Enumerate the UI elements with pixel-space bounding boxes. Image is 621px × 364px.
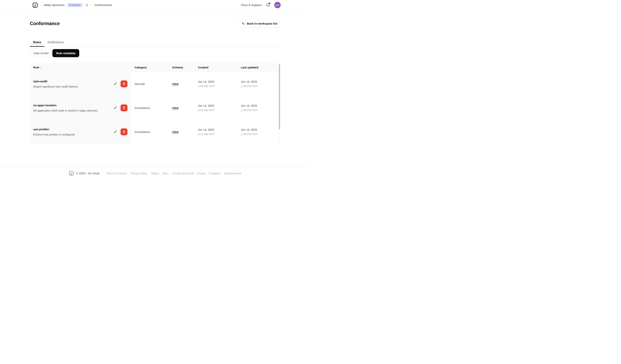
delete-rule-button[interactable] — [121, 128, 127, 135]
pencil-icon — [114, 82, 117, 85]
schema-view-link[interactable]: View — [172, 106, 178, 110]
created-date: Jun 14, 2025 — [198, 80, 215, 84]
updated-time: 1:46 PM PDT — [241, 108, 258, 112]
notification-dot — [269, 2, 271, 4]
rule-name: npm-audit — [33, 80, 112, 83]
category-cell: Consistency — [131, 96, 169, 120]
rule-view-toggle: Rule results Rule metadata — [30, 49, 79, 57]
breadcrumb: / stellar-dynamics Enterprise / Conforma… — [30, 3, 112, 8]
updated-date: Jun 14, 2025 — [241, 80, 258, 84]
workspace-switcher-button[interactable] — [85, 3, 89, 7]
back-to-workspace-button[interactable]: Back to workspace list — [238, 19, 281, 28]
category-cell: Security — [131, 72, 169, 96]
breadcrumb-page: Conformance — [94, 3, 112, 7]
rule-description: All application shell code is stored in … — [33, 109, 112, 112]
edit-rule-button[interactable] — [112, 80, 119, 87]
rule-description: Report significant npm audit failures — [33, 85, 112, 88]
rule-name: use-prettier — [33, 128, 112, 131]
rule-description: Enforce that prettier is configured — [33, 133, 112, 136]
segment-rule-results[interactable]: Rule results — [30, 49, 52, 57]
pencil-icon — [114, 106, 117, 109]
created-time: 1:46 PM PDT — [198, 84, 215, 88]
column-header-last-updated: Last updated — [238, 66, 281, 69]
footer-link-pricing[interactable]: Pricing — [197, 172, 205, 175]
footer-link-privacy[interactable]: Privacy Policy — [131, 172, 148, 175]
sort-asc-indicator: ↑ — [40, 66, 42, 69]
footer-link-nxdevtools[interactable]: @NxDevTools — [224, 172, 242, 175]
avatar[interactable]: NO — [274, 2, 281, 8]
schema-view-link[interactable]: View — [172, 130, 178, 133]
created-date: Jun 14, 2025 — [198, 104, 215, 108]
edit-rule-button[interactable] — [112, 104, 119, 111]
table-row: use-prettier Enforce that prettier is co… — [30, 120, 281, 144]
created-date: Jun 14, 2025 — [198, 128, 215, 132]
tab-bar: Rules Notifications — [30, 39, 281, 47]
column-header-schema: Schema — [169, 66, 194, 69]
delete-rule-button[interactable] — [121, 80, 127, 87]
footer-logo-icon — [69, 171, 74, 176]
nx-logo-icon[interactable] — [33, 3, 38, 8]
footer: © 2025 – Nx Cloud Terms of Service Priva… — [0, 167, 310, 182]
updated-date: Jun 14, 2025 — [241, 128, 258, 132]
tab-notifications[interactable]: Notifications — [45, 39, 67, 47]
delete-rule-button[interactable] — [121, 104, 127, 111]
footer-link-terms[interactable]: Terms of Service — [107, 172, 127, 175]
schema-view-link[interactable]: View — [172, 82, 178, 85]
table-scrollbar[interactable] — [278, 63, 281, 144]
footer-links: Terms of Service Privacy Policy Status D… — [107, 172, 242, 175]
trash-icon — [122, 82, 126, 85]
footer-link-company[interactable]: Company — [209, 172, 221, 175]
undo-icon — [242, 22, 245, 25]
footer-link-contact[interactable]: Contact Nx Cloud — [172, 172, 193, 175]
copyright: © 2025 – Nx Cloud — [76, 172, 99, 175]
updated-time: 1:46 PM PDT — [241, 84, 258, 88]
column-header-category: Category — [131, 66, 169, 69]
footer-link-status[interactable]: Status — [151, 172, 159, 175]
table-row: nx-apps-location All application shell c… — [30, 96, 281, 120]
column-header-created: Created — [194, 66, 238, 69]
enterprise-badge: Enterprise — [67, 3, 83, 7]
notifications-button[interactable] — [266, 3, 270, 7]
docs-support-link[interactable]: Docs & Support — [241, 3, 261, 7]
edit-rule-button[interactable] — [112, 128, 119, 135]
created-time: 8:41 AM PDT — [198, 108, 215, 112]
trash-icon — [122, 130, 126, 133]
table-row: npm-audit Report significant npm audit f… — [30, 72, 281, 96]
category-cell: Consistency — [131, 120, 169, 144]
chevron-updown-icon — [86, 3, 88, 7]
footer-link-docs[interactable]: Docs — [162, 172, 169, 175]
pencil-icon — [114, 130, 117, 133]
rules-table: Rule ↑ Category Schema Created Last upda… — [30, 63, 281, 144]
segment-rule-metadata[interactable]: Rule metadata — [52, 49, 79, 57]
rule-name: nx-apps-location — [33, 104, 112, 107]
updated-date: Jun 14, 2025 — [241, 104, 258, 108]
trash-icon — [122, 106, 126, 109]
breadcrumb-org[interactable]: stellar-dynamics — [44, 3, 65, 7]
table-header: Rule ↑ Category Schema Created Last upda… — [30, 63, 281, 72]
scrollbar-thumb[interactable] — [279, 64, 280, 129]
created-time: 8:41 AM PDT — [198, 132, 215, 136]
breadcrumb-separator: / — [40, 3, 41, 7]
top-nav: / stellar-dynamics Enterprise / Conforma… — [0, 0, 310, 10]
page-title: Conformance — [30, 21, 60, 26]
breadcrumb-separator: / — [91, 3, 92, 7]
updated-time: 1:46 PM PDT — [241, 132, 258, 136]
column-header-rule[interactable]: Rule ↑ — [30, 66, 131, 69]
tab-rules[interactable]: Rules — [30, 39, 45, 47]
